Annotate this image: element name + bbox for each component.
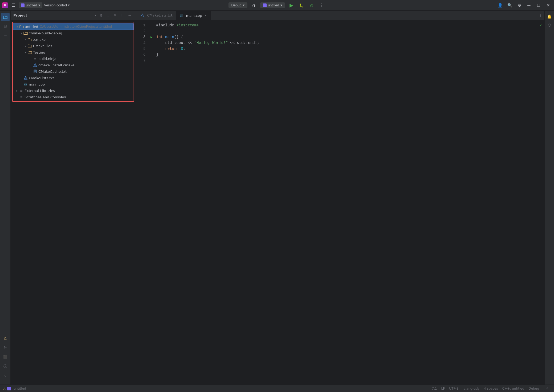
- panel-hide-button[interactable]: ─: [127, 12, 133, 19]
- run-config-icon: [263, 3, 267, 7]
- testing-folder-icon: [28, 50, 32, 54]
- tree-item-cmake-install[interactable]: cmake_install.cmake: [13, 62, 134, 68]
- sidebar-bookmarks-button[interactable]: ⊟: [1, 22, 10, 30]
- status-expand-button[interactable]: ⤢: [543, 385, 551, 392]
- svg-text:c++: c++: [24, 83, 27, 86]
- tree-item-scratches[interactable]: ≡ Scratches and Consoles: [13, 94, 134, 100]
- status-project-name[interactable]: untitled: [14, 387, 26, 390]
- status-linter[interactable]: .clang-tidy: [463, 387, 480, 390]
- run-coverage-button[interactable]: ◎: [308, 2, 315, 9]
- right-sidebar: 🔔 ⬡: [544, 11, 554, 385]
- tree-item-external-libs[interactable]: ⊞ External Libraries: [13, 87, 134, 94]
- cpp-tab-close[interactable]: ✕: [204, 14, 207, 18]
- tree-item-root[interactable]: untitled C:\Users\Administrator\CLionPro…: [13, 23, 134, 30]
- run-arrow-icon[interactable]: ▶: [150, 35, 152, 39]
- gutter-2: [149, 28, 154, 34]
- line-num-4: 4: [136, 40, 146, 46]
- tree-item-CMakeFiles[interactable]: CMakeFiles: [13, 43, 134, 49]
- sidebar-more-button[interactable]: ···: [1, 31, 10, 39]
- gutter-4: [149, 40, 154, 46]
- close-button[interactable]: ✕: [544, 2, 552, 9]
- run-button[interactable]: ▶: [288, 2, 295, 9]
- tabs-more-button[interactable]: ⋮: [537, 12, 544, 18]
- database-button[interactable]: ⬡: [546, 21, 553, 29]
- panel-options-button[interactable]: ⋮: [119, 12, 125, 19]
- code-line-6: }: [156, 52, 544, 58]
- tree-item-CMakeCache[interactable]: CMakeCache.txt: [13, 68, 134, 75]
- cmake-install-icon: [33, 63, 37, 67]
- search-button[interactable]: 🔍: [506, 2, 513, 9]
- tree-item-build-ninja[interactable]: ≡ build.ninja: [13, 55, 134, 62]
- project-chevron: ▾: [38, 3, 40, 7]
- svg-text:c++: c++: [180, 15, 183, 17]
- root-name-label: untitled: [25, 25, 38, 29]
- cmake-label: .cmake: [33, 38, 46, 42]
- sidebar-git-button[interactable]: ⑂: [1, 372, 10, 380]
- status-line-ending[interactable]: LF: [441, 387, 445, 390]
- tree-container: untitled C:\Users\Administrator\CLionPro…: [13, 22, 134, 101]
- cmakefiles-folder-icon: [28, 44, 32, 48]
- cmake-build-folder-icon: [23, 31, 28, 35]
- sidebar-run-button[interactable]: ⊳: [1, 343, 10, 351]
- tab-cmakelists[interactable]: CMakeLists.txt: [137, 11, 176, 20]
- minimize-button[interactable]: ─: [525, 2, 533, 9]
- tree-item-cmake-build-debug[interactable]: cmake-build-debug: [13, 30, 134, 36]
- status-encoding[interactable]: UTF-8: [449, 387, 459, 390]
- locate-file-button[interactable]: ⊕: [98, 12, 104, 19]
- build-ninja-label: build.ninja: [38, 57, 57, 61]
- debug-run-button[interactable]: 🐛: [298, 2, 305, 9]
- status-config[interactable]: Debug: [529, 387, 539, 390]
- testing-arrow[interactable]: [23, 50, 28, 54]
- root-expand-arrow[interactable]: [15, 25, 19, 29]
- cpp-tab-label: main.cpp: [186, 14, 202, 18]
- gutter: ▶: [149, 20, 154, 385]
- status-position[interactable]: 7:1: [432, 387, 437, 390]
- collapse-all-button[interactable]: ✕: [112, 12, 118, 19]
- main-cpp-icon: c++: [23, 82, 28, 86]
- panel-title: Project: [13, 13, 93, 17]
- cmakefiles-arrow[interactable]: [23, 44, 28, 48]
- cmake-build-arrow[interactable]: [19, 31, 23, 35]
- code-content[interactable]: ✓ #include <iostream> int main() { std::…: [154, 20, 544, 385]
- more-actions-button[interactable]: ⋮: [318, 2, 326, 9]
- code-line-3: int main() {: [156, 34, 544, 40]
- sidebar-warnings-button[interactable]: △: [1, 333, 10, 342]
- project-name-button[interactable]: untitled ▾: [19, 2, 42, 8]
- tree-item-main-cpp[interactable]: c++ main.cpp: [13, 81, 134, 87]
- tree-item-cmake[interactable]: .cmake: [13, 36, 134, 43]
- settings-button[interactable]: ⚙: [516, 2, 523, 9]
- cmake-arrow[interactable]: [23, 37, 28, 42]
- debug-config-button[interactable]: Debug ▾: [228, 2, 247, 8]
- debug-config-chevron: ▾: [243, 3, 245, 7]
- version-control-button[interactable]: Version control ▾: [44, 3, 70, 7]
- tab-main-cpp[interactable]: c++ main.cpp ✕: [176, 11, 211, 20]
- tree-item-Testing[interactable]: Testing: [13, 49, 134, 55]
- editor-area: CMakeLists.txt c++ main.cpp ✕ ⋮ 1 2: [136, 11, 544, 385]
- svg-marker-10: [141, 14, 144, 17]
- account-button[interactable]: 👤: [496, 2, 504, 9]
- maximize-button[interactable]: □: [535, 2, 542, 9]
- hamburger-button[interactable]: ☰: [10, 2, 17, 9]
- tree-item-CMakeLists[interactable]: CMakeLists.txt: [13, 75, 134, 81]
- sidebar-terminal-button[interactable]: ⬛: [1, 353, 10, 361]
- run-config-button[interactable]: untitled ▾: [260, 2, 285, 8]
- ext-libs-icon: ⊞: [19, 88, 23, 93]
- status-filetype[interactable]: C++: untitled: [502, 387, 524, 390]
- vc-chevron: ▾: [68, 3, 70, 7]
- debug-config-label: Debug: [231, 3, 241, 7]
- gutter-3-run[interactable]: ▶: [149, 34, 154, 40]
- sidebar-info-button[interactable]: ⓘ: [1, 362, 10, 371]
- notifications-button[interactable]: 🔔: [546, 13, 553, 20]
- cmake-tab-icon: [140, 13, 144, 18]
- ext-libs-arrow[interactable]: [15, 88, 19, 93]
- cmakefiles-label: CMakeFiles: [33, 44, 52, 48]
- status-indent[interactable]: 4 spaces: [484, 387, 498, 390]
- scratches-label: Scratches and Consoles: [25, 95, 66, 99]
- scroll-from-source-button[interactable]: ↕: [105, 12, 111, 19]
- profiler-icon-button[interactable]: ◑: [250, 2, 258, 9]
- sidebar-project-button[interactable]: [1, 13, 10, 21]
- code-line-4: std::cout << "Hello, World!" << std::end…: [156, 40, 544, 46]
- build-ninja-icon: ≡: [33, 56, 37, 61]
- cmakelists-icon: [23, 76, 28, 80]
- vc-label: Version control: [44, 3, 67, 7]
